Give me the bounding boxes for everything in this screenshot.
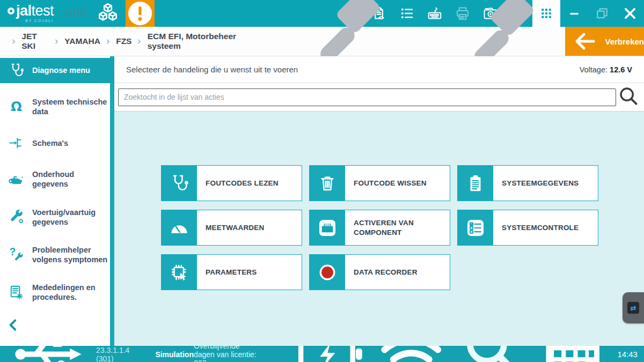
omega-icon: Ω [7,99,25,115]
gauge-icon [162,210,197,245]
sidebar-item-diagnose-menu[interactable]: Diagnose menu [0,58,114,83]
action-meetwaarden[interactable]: MEETWAARDEN [161,210,302,246]
search-row [114,83,644,112]
clock-label: 14:43 [617,350,638,359]
restore-icon [594,5,610,21]
status-bar: 23.3.1.1.4 (301) Simulation Overblijvend… [0,346,644,362]
action-parameters[interactable]: PARAMETERS [161,254,302,290]
brand-light: test [32,4,54,18]
action-label: MEETWAARDEN [197,210,268,245]
simulation-mode-label: Simulation [155,350,194,359]
alert-button[interactable] [126,0,155,27]
back-arrow-icon [572,28,598,54]
action-label: SYSTEEMCONTROLE [493,210,583,245]
breadcrumb-item-fzs[interactable]: FZS [116,36,131,46]
search-input[interactable] [118,88,616,106]
checklist-icon [458,210,493,245]
stethoscope-icon [162,166,197,201]
action-label: FOUTCODES LEZEN [197,166,283,201]
sidebar-item-label: Diagnose menu [32,65,90,75]
action-label: SYSTEEMGEGEVENS [493,166,583,201]
search-icon [616,85,641,109]
sidebar-item-systeem-technische-data[interactable]: ΩSysteem technische data [0,93,114,121]
sidebar-item-mededelingen-en-procedures[interactable]: Mededelingen en procedures. [0,278,114,306]
symptom-icon: ? [7,246,25,263]
wrench-icon [7,209,25,225]
schematic-icon [7,135,25,151]
breadcrumb-item-ecm-efi-motorbeheer-systeem[interactable]: ECM EFI, Motorbeheer systeem [148,32,255,51]
svg-text:Ω: Ω [11,99,22,114]
procedures-icon [7,284,25,301]
connection-icons: TEST [255,27,566,56]
teamviewer-widget[interactable]: ⇄ [623,292,644,323]
action-label: FOUTCODE WISSEN [345,166,431,201]
action-foutcodes-lezen[interactable]: FOUTCODES LEZEN [161,165,302,201]
sidebar-item-label: Systeem technische data [32,97,111,116]
close-icon [622,5,638,21]
trash-icon [310,166,345,201]
sidebar-item-label: Mededelingen en procedures. [32,283,111,302]
content-header: Selecteer de handeling die u wenst uit t… [114,56,644,83]
action-prompt: Selecteer de handeling die u wenst uit t… [126,65,298,74]
grp-label: GRP [64,8,88,19]
sidebar-back-button[interactable] [6,318,20,332]
sidebar-item-label: Probleemhelper volgens symptomen [32,245,111,264]
action-data-recorder[interactable]: DATA RECORDER [309,254,450,290]
sidebar-item-label: Voertuig/vaartuig gegevens [32,208,111,227]
jaltest-logo: jal test BY COJALI [0,0,56,27]
record-icon [310,255,345,290]
breadcrumb-item-jet-ski[interactable]: JET SKI [21,32,49,51]
sidebar-item-voertuig-vaartuig-gegevens[interactable]: Voertuig/vaartuig gegevens [0,203,114,231]
sidebar-item-onderhoud-gegevens[interactable]: Onderhoud gegevens [0,165,114,193]
close-button[interactable] [616,0,644,27]
printer-button[interactable] [449,0,477,27]
action-label: ACTIVEREN VAN COMPONENT [345,210,450,245]
main-region: Diagnose menuΩSysteem technische dataSch… [0,56,644,346]
action-grid: FOUTCODES LEZENFOUTCODE WISSENSYSTEEMGEG… [114,112,644,346]
sidebar-item-schema-s[interactable]: Schema's [0,130,114,156]
breadcrumb: JET SKIYAMAHAFZSECM EFI, Motorbeheer sys… [0,27,255,56]
chevron-left-icon [6,318,20,332]
chevron-right-icon [11,38,17,45]
chevron-right-icon [54,38,60,45]
disconnect-label: Verbreken [605,37,644,46]
action-label: PARAMETERS [197,255,261,290]
stethoscope-icon [7,62,25,79]
voltage-readout: Voltage: 12.6 V [580,65,632,74]
disconnect-button[interactable]: Verbreken [565,27,644,56]
sidebar-item-probleemhelper-volgens-symptomen[interactable]: ?Probleemhelper volgens symptomen [0,241,114,269]
action-foutcode-wissen[interactable]: FOUTCODE WISSEN [309,165,450,201]
clipboard-icon [458,166,493,201]
sidebar-item-label: Onderhoud gegevens [32,169,111,189]
teamviewer-icon: ⇄ [627,302,639,314]
printer-icon [455,5,471,21]
breadcrumb-bar: JET SKIYAMAHAFZSECM EFI, Motorbeheer sys… [0,27,644,56]
restore-button[interactable] [588,0,616,27]
brand-by: BY COJALI [8,19,54,23]
content: Selecteer de handeling die u wenst uit t… [114,56,644,346]
oilcan-icon [7,171,25,188]
sidebar: Diagnose menuΩSysteem technische dataSch… [0,56,114,346]
logo-dot-icon [8,8,14,14]
action-systeemcontrole[interactable]: SYSTEEMCONTROLE [457,210,598,246]
connector-icon [310,210,345,245]
svg-text:?: ? [9,246,16,257]
breadcrumb-item-yamaha[interactable]: YAMAHA [64,36,100,46]
chevron-right-icon [105,38,111,45]
action-label: DATA RECORDER [345,255,422,290]
minimize-button[interactable] [560,0,588,27]
alert-icon [126,0,155,28]
cubes-icon[interactable] [96,2,120,25]
minimize-icon [566,5,582,21]
version-label: 23.3.1.1.4 (301) [96,346,129,362]
brand-main: jal [16,4,32,18]
search-button[interactable] [616,85,641,109]
action-activeren-van-component[interactable]: ACTIVEREN VAN COMPONENT [309,210,450,246]
chip-icon [162,255,197,290]
chevron-right-icon [136,38,142,45]
action-systeemgegevens[interactable]: SYSTEEMGEGEVENS [457,165,598,201]
sidebar-item-label: Schema's [32,138,68,148]
